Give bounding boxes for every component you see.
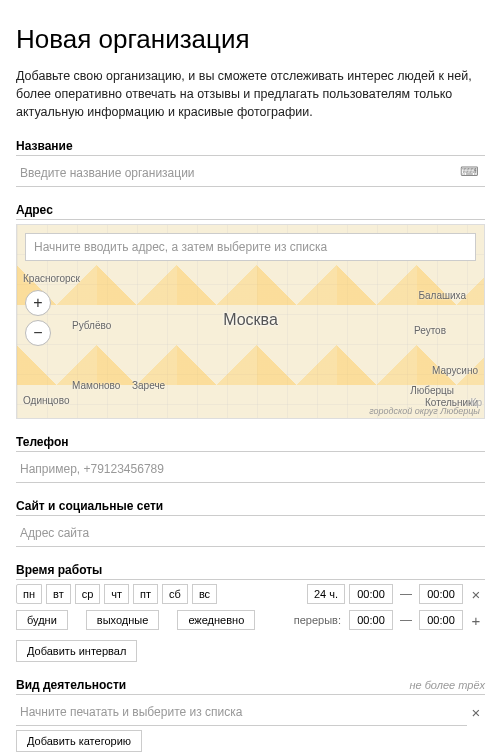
map-place-label: Одинцово <box>23 395 69 406</box>
category-hint: не более трёх <box>409 679 485 691</box>
phone-input[interactable] <box>16 456 485 483</box>
page-description: Добавьте свою организацию, и вы сможете … <box>16 67 485 121</box>
name-section: Название ⌨ <box>16 139 485 187</box>
site-label: Сайт и социальные сети <box>16 499 485 516</box>
map-place-label: Зарече <box>132 380 165 391</box>
day-thu-button[interactable]: чт <box>104 584 129 604</box>
map-credit: городской округ Люберцы <box>369 406 480 416</box>
page-title: Новая организация <box>16 24 485 55</box>
allday-button[interactable]: 24 ч. <box>307 584 345 604</box>
clear-category-icon[interactable]: × <box>467 704 485 721</box>
map-place-label: Люберцы <box>410 385 454 396</box>
day-sun-button[interactable]: вс <box>192 584 217 604</box>
name-input[interactable] <box>16 160 485 187</box>
break-from-input[interactable] <box>349 610 393 630</box>
break-to-input[interactable] <box>419 610 463 630</box>
time-dash: — <box>397 587 415 601</box>
day-tue-button[interactable]: вт <box>46 584 71 604</box>
zoom-controls: + − <box>25 290 51 350</box>
hours-section: Время работы пн вт ср чт пт сб вс 24 ч. … <box>16 563 485 662</box>
hours-days-row: пн вт ср чт пт сб вс 24 ч. — × <box>16 584 485 604</box>
hours-label: Время работы <box>16 563 485 580</box>
map-place-label: Реутов <box>414 325 446 336</box>
break-dash: — <box>397 613 415 627</box>
day-mon-button[interactable]: пн <box>16 584 42 604</box>
add-row-icon[interactable]: + <box>467 612 485 629</box>
map[interactable]: + − Москва Красногорск Рублёво Одинцово … <box>16 224 485 419</box>
preset-daily-button[interactable]: ежедневно <box>177 610 255 630</box>
day-sat-button[interactable]: сб <box>162 584 188 604</box>
time-to-input[interactable] <box>419 584 463 604</box>
add-category-button[interactable]: Добавить категорию <box>16 730 142 752</box>
remove-row-icon[interactable]: × <box>467 586 485 603</box>
day-fri-button[interactable]: пт <box>133 584 158 604</box>
site-input[interactable] <box>16 520 485 547</box>
address-search-input[interactable] <box>25 233 476 261</box>
map-center-label: Москва <box>223 311 278 329</box>
category-label: Вид деятельности <box>16 678 126 692</box>
category-input[interactable] <box>16 699 467 726</box>
phone-label: Телефон <box>16 435 485 452</box>
keyboard-icon[interactable]: ⌨ <box>460 164 479 179</box>
category-section: Вид деятельности не более трёх × Добавит… <box>16 678 485 752</box>
map-place-label: Рублёво <box>72 320 111 331</box>
hours-presets-row: будни выходные ежедневно перерыв: — + <box>16 610 485 630</box>
map-place-label: Марусино <box>432 365 478 376</box>
break-label: перерыв: <box>294 614 345 626</box>
day-wed-button[interactable]: ср <box>75 584 101 604</box>
preset-weekend-button[interactable]: выходные <box>86 610 160 630</box>
zoom-out-button[interactable]: − <box>25 320 51 346</box>
address-section: Адрес + − Москва Красногорск Рублёво Оди… <box>16 203 485 419</box>
map-place-label: Красногорск <box>23 273 80 284</box>
name-label: Название <box>16 139 485 156</box>
map-place-label: Мамоново <box>72 380 120 391</box>
preset-weekdays-button[interactable]: будни <box>16 610 68 630</box>
form-container: Новая организация Добавьте свою организа… <box>0 0 501 752</box>
site-section: Сайт и социальные сети <box>16 499 485 547</box>
address-label: Адрес <box>16 203 485 220</box>
zoom-in-button[interactable]: + <box>25 290 51 316</box>
time-from-input[interactable] <box>349 584 393 604</box>
add-interval-button[interactable]: Добавить интервал <box>16 640 137 662</box>
phone-section: Телефон <box>16 435 485 483</box>
map-place-label: Балашиха <box>418 290 466 301</box>
